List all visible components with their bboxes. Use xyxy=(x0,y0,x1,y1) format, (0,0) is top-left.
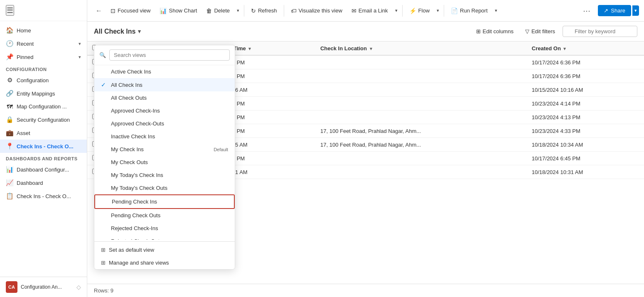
dropdown-footer-manage-share[interactable]: ⊞ Manage and share views xyxy=(94,256,235,269)
row-checkin-location-cell xyxy=(315,69,527,83)
flow-chevron-button[interactable]: ▾ xyxy=(435,5,441,16)
created-on-chevron-icon: ▾ xyxy=(563,46,566,51)
dropdown-footer: ⊞ Set as default view ⊞ Manage and share… xyxy=(94,243,235,269)
dropdown-item-my-check-ins[interactable]: My Check Ins Default xyxy=(94,143,235,156)
sidebar: ☰ 🏠 Home 🕐 Recent ▾ 📌 Pinned ▾ Configura… xyxy=(0,0,87,297)
row-checkin-location-cell xyxy=(315,152,527,165)
show-chart-button[interactable]: 📊 Show Chart xyxy=(155,5,201,17)
dropdown-item-approved-check-ins[interactable]: Approved Check-Ins xyxy=(94,104,235,117)
sidebar-item-map-configuration[interactable]: 🗺 Map Configuration ... xyxy=(0,100,87,113)
default-badge: Default xyxy=(214,147,228,152)
view-title-chevron-icon: ▾ xyxy=(138,28,141,34)
run-report-chevron-button[interactable]: ▾ xyxy=(493,5,499,16)
sidebar-item-dashboard[interactable]: 📈 Dashboard xyxy=(0,176,87,189)
sidebar-item-asset[interactable]: 💼 Asset xyxy=(0,126,87,140)
sidebar-item-security-configuration[interactable]: 🔒 Security Configuration xyxy=(0,113,87,126)
dropdown-item-label: Pending Check Outs xyxy=(111,212,160,218)
check-icon: ✓ xyxy=(101,81,108,88)
sidebar-header: ☰ xyxy=(0,0,87,21)
home-icon: 🏠 xyxy=(6,27,13,34)
dropdown-item-my-todays-check-ins[interactable]: My Today's Check Ins xyxy=(94,169,235,182)
run-report-button[interactable]: 📄 Run Report xyxy=(447,5,492,17)
visualize-button[interactable]: 🏷 Visualize this view xyxy=(287,5,347,17)
row-checkin-location-cell xyxy=(315,97,527,110)
email-link-button[interactable]: ✉ Email a Link xyxy=(347,5,392,17)
dropdown-search-icon: 🔍 xyxy=(99,52,106,58)
views-dropdown: 🔍 Active Check Ins ✓ All Check Ins All C… xyxy=(94,45,235,270)
more-options-button[interactable]: ⋯ xyxy=(580,5,594,17)
share-button[interactable]: ↗ Share xyxy=(598,5,631,16)
dropdown-item-approved-check-outs[interactable]: Approved Check-Outs xyxy=(94,117,235,130)
sidebar-item-entity-mappings[interactable]: 🔗 Entity Mappings xyxy=(0,87,87,100)
delete-chevron-button[interactable]: ▾ xyxy=(235,5,241,16)
views-search-input[interactable] xyxy=(109,49,230,61)
hamburger-button[interactable]: ☰ xyxy=(6,5,14,16)
row-checkin-location-cell xyxy=(315,55,527,69)
sidebar-item-check-ins[interactable]: 📍 Check Ins - Check O... xyxy=(0,140,87,153)
chevron-down-icon: ▾ xyxy=(79,54,81,60)
row-created-on-cell: 10/17/2024 6:36 PM xyxy=(527,69,644,83)
footer-item-icon: ⊞ xyxy=(101,247,106,253)
dropdown-item-inactive-check-ins[interactable]: Inactive Check Ins xyxy=(94,130,235,143)
email-chevron-button[interactable]: ▾ xyxy=(393,5,400,16)
col-header-checkin-location: Check In Location ▾ xyxy=(315,42,527,55)
share-chevron-button[interactable]: ▾ xyxy=(632,5,639,16)
visualize-icon: 🏷 xyxy=(291,7,297,14)
user-avatar: CA xyxy=(6,281,17,293)
dropdown-item-label: Rejected Check-Ins xyxy=(111,225,158,231)
toolbar-divider-1 xyxy=(244,5,244,17)
dropdown-item-all-check-ins[interactable]: ✓ All Check Ins xyxy=(94,78,235,91)
dropdown-item-rejected-check-outs[interactable]: Rejected Check-Outs xyxy=(94,235,235,240)
sidebar-item-pinned[interactable]: 📌 Pinned ▾ xyxy=(0,50,87,64)
table-footer: Rows: 9 xyxy=(87,284,644,297)
footer-item-label: Manage and share views xyxy=(109,260,169,266)
refresh-button[interactable]: ↻ Refresh xyxy=(247,5,281,17)
row-checkin-location-cell xyxy=(315,110,527,124)
toolbar: ← ⊡ Focused view 📊 Show Chart 🗑 Delete ▾… xyxy=(87,0,644,22)
dropdown-item-label: My Check Outs xyxy=(111,159,148,165)
row-created-on-cell: 10/15/2024 10:16 AM xyxy=(527,83,644,97)
dropdown-item-active-check-ins[interactable]: Active Check Ins xyxy=(94,65,235,78)
dropdown-item-label: Active Check Ins xyxy=(111,69,151,75)
sidebar-item-configuration[interactable]: ⚙ Configuration xyxy=(0,74,87,87)
dropdown-item-label: My Today's Check Outs xyxy=(111,185,167,191)
sidebar-label-recent: Recent xyxy=(17,41,34,47)
dropdown-item-label: Inactive Check Ins xyxy=(111,133,155,140)
back-button[interactable]: ← xyxy=(92,5,106,16)
view-title-button[interactable]: All Check Ins ▾ xyxy=(94,28,141,35)
dropdown-item-all-check-outs[interactable]: All Check Outs xyxy=(94,91,235,104)
checkin-datetime-chevron-icon: ▾ xyxy=(248,46,251,51)
show-chart-label: Show Chart xyxy=(169,7,197,14)
sidebar-nav: 🏠 Home 🕐 Recent ▾ 📌 Pinned ▾ Configurati… xyxy=(0,21,87,277)
filter-icon: ▽ xyxy=(525,28,529,34)
link-icon: 🔗 xyxy=(6,90,13,97)
edit-columns-button[interactable]: ⊞ Edit columns xyxy=(472,26,518,37)
sidebar-label-dashboard-config: Dashboard Configur... xyxy=(17,167,69,173)
dropdown-item-pending-check-ins[interactable]: Pending Check Ins xyxy=(94,194,235,209)
sidebar-item-dashboard-config[interactable]: 📊 Dashboard Configur... xyxy=(0,163,87,176)
refresh-icon: ↻ xyxy=(251,7,256,14)
sidebar-item-recent[interactable]: 🕐 Recent ▾ xyxy=(0,37,87,50)
sidebar-item-home[interactable]: 🏠 Home xyxy=(0,24,87,37)
content-area: All Check Ins ▾ ⊞ Edit columns ▽ Edit fi… xyxy=(87,22,644,297)
row-created-on-cell: 10/17/2024 6:36 PM xyxy=(527,55,644,69)
report-icon: 📋 xyxy=(6,192,13,200)
dropdown-item-my-check-outs[interactable]: My Check Outs xyxy=(94,156,235,169)
focused-view-button[interactable]: ⊡ Focused view xyxy=(106,5,155,17)
delete-button[interactable]: 🗑 Delete xyxy=(202,5,234,17)
row-created-on-cell: 10/23/2024 4:33 PM xyxy=(527,124,644,138)
run-report-label: Run Report xyxy=(460,7,487,14)
edit-filters-button[interactable]: ▽ Edit filters xyxy=(521,26,559,37)
dropdown-footer-set-default[interactable]: ⊞ Set as default view xyxy=(94,243,235,256)
filter-keyword-input[interactable] xyxy=(563,26,637,37)
pin-icon: 📌 xyxy=(6,53,13,61)
dropdown-item-my-todays-check-outs[interactable]: My Today's Check Outs xyxy=(94,182,235,194)
focused-view-label: Focused view xyxy=(118,7,150,14)
dropdown-item-label: All Check Ins xyxy=(111,82,143,88)
run-report-icon: 📄 xyxy=(451,7,458,14)
sidebar-item-check-ins-reports[interactable]: 📋 Check Ins - Check O... xyxy=(0,189,87,203)
dropdown-item-rejected-check-ins[interactable]: Rejected Check-Ins xyxy=(94,222,235,235)
row-created-on-cell: 10/23/2024 4:14 PM xyxy=(527,97,644,110)
dropdown-item-pending-check-outs[interactable]: Pending Check Outs xyxy=(94,209,235,222)
flow-button[interactable]: ⚡ Flow xyxy=(405,5,434,17)
